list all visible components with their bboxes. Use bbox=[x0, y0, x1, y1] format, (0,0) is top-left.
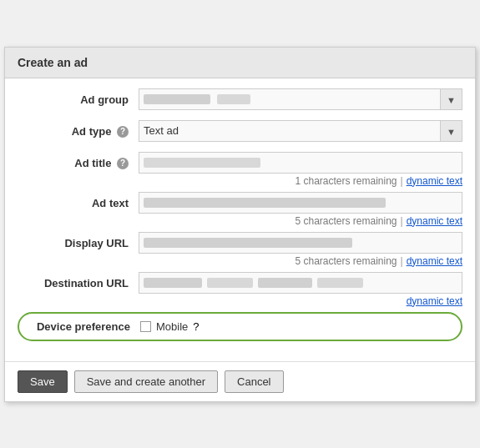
ad-type-dropdown-arrow[interactable]: ▼ bbox=[441, 120, 462, 142]
display-url-label: Display URL bbox=[18, 232, 139, 249]
ad-group-select-wrap: ▼ bbox=[139, 88, 462, 110]
display-url-dynamic-text-link[interactable]: dynamic text bbox=[407, 255, 462, 267]
ad-title-row: Ad title ? 1 characters remaining | dyna… bbox=[18, 152, 462, 187]
save-and-create-another-button[interactable]: Save and create another bbox=[74, 370, 218, 393]
ad-type-help-icon[interactable]: ? bbox=[117, 126, 129, 138]
ad-group-row: Ad group ▼ bbox=[18, 88, 462, 115]
display-url-hint: 5 characters remaining | dynamic text bbox=[139, 255, 462, 267]
display-url-blurred bbox=[144, 238, 352, 248]
ad-group-label: Ad group bbox=[18, 88, 139, 106]
ad-group-control: ▼ bbox=[139, 88, 462, 110]
destination-url-hint: dynamic text bbox=[139, 295, 462, 307]
ad-title-dynamic-text-link[interactable]: dynamic text bbox=[407, 175, 462, 187]
mobile-label: Mobile bbox=[156, 320, 188, 333]
ad-text-dynamic-text-link[interactable]: dynamic text bbox=[407, 215, 462, 227]
destination-url-dynamic-text-link[interactable]: dynamic text bbox=[407, 295, 462, 307]
ad-title-hint: 1 characters remaining | dynamic text bbox=[139, 175, 462, 187]
ad-text-input[interactable] bbox=[139, 192, 462, 214]
ad-text-hint: 5 characters remaining | dynamic text bbox=[139, 215, 462, 227]
ad-group-blurred-value bbox=[144, 94, 210, 104]
device-pref-help-icon[interactable]: ? bbox=[193, 320, 199, 333]
display-url-control: 5 characters remaining | dynamic text bbox=[139, 232, 462, 267]
ad-type-select-wrap: Text ad ▼ bbox=[139, 120, 462, 142]
ad-type-select[interactable]: Text ad bbox=[139, 120, 441, 142]
ad-group-dropdown-arrow[interactable]: ▼ bbox=[441, 88, 462, 110]
display-url-input[interactable] bbox=[139, 232, 462, 254]
ad-group-blurred-value2 bbox=[217, 94, 250, 104]
cancel-button[interactable]: Cancel bbox=[225, 370, 283, 393]
destination-url-row: Destination URL dynamic text bbox=[18, 272, 462, 307]
ad-title-input[interactable] bbox=[139, 152, 462, 174]
ad-type-control: Text ad ▼ bbox=[139, 120, 462, 142]
ad-text-control: 5 characters remaining | dynamic text bbox=[139, 192, 462, 227]
device-preference-content: Mobile ? bbox=[140, 320, 200, 333]
display-url-row: Display URL 5 characters remaining | dyn… bbox=[18, 232, 462, 267]
ad-type-label: Ad type ? bbox=[18, 120, 139, 138]
destination-url-label: Destination URL bbox=[18, 272, 139, 289]
dest-url-blurred2 bbox=[207, 278, 253, 288]
save-button[interactable]: Save bbox=[18, 370, 68, 393]
ad-title-help-icon[interactable]: ? bbox=[117, 158, 129, 169]
ad-text-label: Ad text bbox=[18, 192, 139, 209]
device-preference-row: Device preference Mobile ? bbox=[18, 312, 462, 341]
device-preference-label: Device preference bbox=[32, 320, 140, 333]
ad-text-row: Ad text 5 characters remaining | dynamic… bbox=[18, 192, 462, 227]
dialog-footer: Save Save and create another Cancel bbox=[5, 361, 475, 401]
ad-group-select[interactable] bbox=[139, 88, 441, 110]
create-ad-dialog: Create an ad Ad group ▼ Ad type ? bbox=[4, 47, 476, 402]
ad-title-control: 1 characters remaining | dynamic text bbox=[139, 152, 462, 187]
ad-type-row: Ad type ? Text ad ▼ bbox=[18, 120, 462, 147]
dest-url-blurred1 bbox=[144, 278, 202, 288]
dest-url-blurred4 bbox=[317, 278, 363, 288]
destination-url-input[interactable] bbox=[139, 272, 462, 294]
dialog-title: Create an ad bbox=[5, 48, 475, 78]
mobile-checkbox[interactable] bbox=[140, 321, 151, 332]
destination-url-control: dynamic text bbox=[139, 272, 462, 307]
ad-title-label: Ad title ? bbox=[18, 152, 139, 170]
dialog-body: Ad group ▼ Ad type ? bbox=[5, 78, 475, 361]
ad-text-blurred bbox=[144, 198, 386, 208]
ad-title-blurred bbox=[144, 158, 260, 168]
dest-url-blurred3 bbox=[258, 278, 312, 288]
